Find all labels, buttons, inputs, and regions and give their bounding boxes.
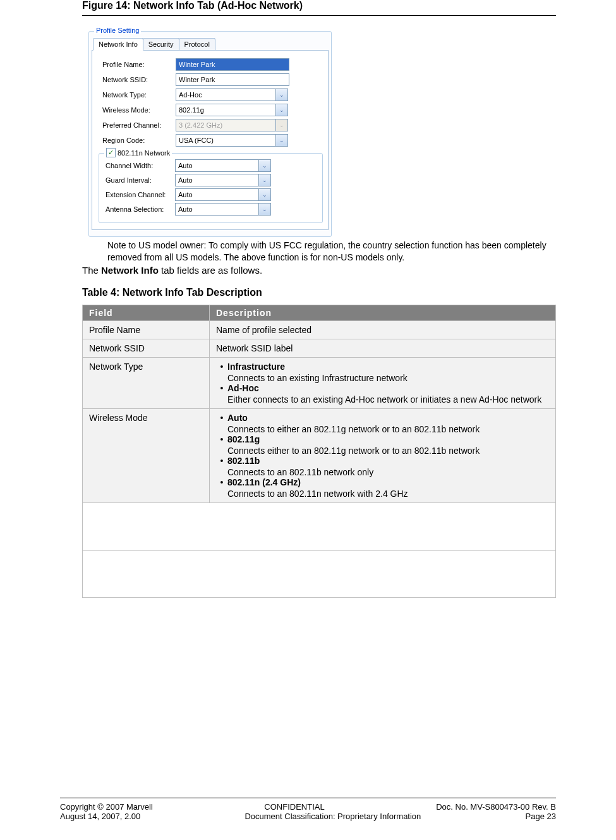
network-type-value: Ad-Hoc bbox=[176, 88, 275, 101]
bullet-desc: Connects to an 802.11b network only bbox=[227, 467, 549, 477]
network-info-tab-body: Profile Name: Winter Park Network SSID: … bbox=[92, 50, 329, 230]
bullet-desc: Connects to an existing Infrastructure n… bbox=[227, 373, 549, 383]
chevron-down-icon[interactable]: ⌄ bbox=[258, 203, 271, 216]
wireless-mode-value: 802.11g bbox=[176, 104, 275, 116]
footer-right: Page 23 bbox=[526, 812, 556, 821]
profile-name-input[interactable]: Winter Park bbox=[176, 58, 289, 71]
bullet-desc: Connects to either an 802.11g network or… bbox=[227, 424, 549, 434]
n-network-group: ✓ 802.11n Network Channel Width: Auto ⌄ … bbox=[99, 153, 323, 223]
network-type-label: Network Type: bbox=[102, 91, 176, 99]
preferred-channel-select: 3 (2.422 GHz) ⌄ bbox=[176, 119, 288, 131]
footer-right: Doc. No. MV-S800473-00 Rev. B bbox=[436, 802, 556, 812]
preferred-channel-value: 3 (2.422 GHz) bbox=[176, 119, 275, 131]
network-type-select[interactable]: Ad-Hoc ⌄ bbox=[176, 88, 288, 101]
bullet-term: Infrastructure bbox=[227, 362, 285, 372]
n-network-checkbox[interactable]: ✓ bbox=[106, 148, 116, 157]
empty-cell bbox=[83, 502, 556, 550]
extension-channel-value: Auto bbox=[175, 188, 258, 201]
n-network-legend: ✓ 802.11n Network bbox=[104, 148, 172, 157]
channel-width-label: Channel Width: bbox=[106, 162, 175, 169]
network-ssid-label: Network SSID: bbox=[102, 76, 176, 83]
antenna-selection-select[interactable]: Auto ⌄ bbox=[175, 203, 271, 216]
chevron-down-icon[interactable]: ⌄ bbox=[258, 188, 271, 201]
bullet-desc: Connects either to an 802.11g network or… bbox=[227, 446, 549, 456]
profile-name-label: Profile Name: bbox=[102, 61, 176, 68]
lead-text: The Network Info tab fields are as follo… bbox=[82, 265, 556, 276]
footer-center: CONFIDENTIAL bbox=[264, 802, 324, 812]
page-footer: Copyright © 2007 Marvell CONFIDENTIAL Do… bbox=[60, 798, 556, 821]
figure-title: Figure 14: Network Info Tab (Ad-Hoc Netw… bbox=[82, 0, 556, 15]
desc-cell: •Infrastructure Connects to an existing … bbox=[210, 357, 556, 408]
extension-channel-select[interactable]: Auto ⌄ bbox=[175, 188, 271, 201]
guard-interval-select[interactable]: Auto ⌄ bbox=[175, 174, 271, 186]
bullet-term: Auto bbox=[227, 413, 248, 423]
tab-network-info[interactable]: Network Info bbox=[93, 38, 143, 51]
table-header-row: Field Description bbox=[83, 305, 556, 320]
lead-bold: Network Info bbox=[101, 265, 159, 276]
th-field: Field bbox=[83, 305, 210, 320]
antenna-selection-label: Antenna Selection: bbox=[106, 205, 175, 213]
bullet-desc: Either connects to an existing Ad-Hoc ne… bbox=[227, 394, 549, 405]
empty-cell bbox=[83, 550, 556, 597]
tab-protocol[interactable]: Protocol bbox=[179, 38, 215, 50]
n-network-legend-text: 802.11n Network bbox=[118, 149, 170, 157]
table-title: Table 4: Network Info Tab Description bbox=[82, 287, 556, 298]
table-row: Network Type •Infrastructure Connects to… bbox=[83, 357, 556, 408]
wireless-mode-label: Wireless Mode: bbox=[102, 106, 176, 114]
table-row: Wireless Mode •Auto Connects to either a… bbox=[83, 408, 556, 502]
desc-cell: Name of profile selected bbox=[210, 320, 556, 339]
footer-center: Document Classification: Proprietary Inf… bbox=[245, 812, 421, 821]
th-description: Description bbox=[210, 305, 556, 320]
region-code-value: USA (FCC) bbox=[176, 134, 275, 147]
footer-left: Copyright © 2007 Marvell bbox=[60, 802, 153, 812]
guard-interval-label: Guard Interval: bbox=[106, 176, 175, 184]
field-cell: Network Type bbox=[83, 357, 210, 408]
table-row bbox=[83, 502, 556, 550]
chevron-down-icon[interactable]: ⌄ bbox=[275, 104, 288, 116]
desc-cell: Network SSID label bbox=[210, 339, 556, 357]
field-cell: Network SSID bbox=[83, 339, 210, 357]
profile-setting-panel: Profile Setting Network Info Security Pr… bbox=[82, 31, 332, 237]
bullet-desc: Connects to an 802.11n network with 2.4 … bbox=[227, 489, 549, 499]
field-cell: Profile Name bbox=[83, 320, 210, 339]
lead-post: tab fields are as follows. bbox=[159, 265, 262, 276]
chevron-down-icon: ⌄ bbox=[275, 119, 288, 131]
footer-left: August 14, 2007, 2.00 bbox=[60, 812, 140, 821]
desc-cell: •Auto Connects to either an 802.11g netw… bbox=[210, 408, 556, 502]
channel-width-select[interactable]: Auto ⌄ bbox=[175, 159, 271, 172]
chevron-down-icon[interactable]: ⌄ bbox=[275, 88, 288, 101]
table-row: Profile Name Name of profile selected bbox=[83, 320, 556, 339]
table-row bbox=[83, 550, 556, 597]
chevron-down-icon[interactable]: ⌄ bbox=[275, 134, 288, 147]
fcc-note: Note to US model owner: To comply with U… bbox=[107, 240, 550, 264]
channel-width-value: Auto bbox=[175, 159, 258, 172]
bullet-term: 802.11g bbox=[227, 434, 260, 444]
bullet-term: 802.11b bbox=[227, 456, 260, 466]
bullet-term: Ad-Hoc bbox=[227, 383, 259, 393]
extension-channel-label: Extension Channel: bbox=[106, 191, 175, 198]
antenna-selection-value: Auto bbox=[175, 203, 258, 216]
field-cell: Wireless Mode bbox=[83, 408, 210, 502]
figure-separator bbox=[82, 15, 556, 16]
region-code-select[interactable]: USA (FCC) ⌄ bbox=[176, 134, 288, 147]
wireless-mode-select[interactable]: 802.11g ⌄ bbox=[176, 104, 288, 116]
tabs: Network Info Security Protocol bbox=[93, 38, 329, 50]
description-table: Field Description Profile Name Name of p… bbox=[82, 305, 556, 598]
chevron-down-icon[interactable]: ⌄ bbox=[258, 174, 271, 186]
region-code-label: Region Code: bbox=[102, 137, 176, 144]
table-row: Network SSID Network SSID label bbox=[83, 339, 556, 357]
preferred-channel-label: Preferred Channel: bbox=[102, 121, 176, 129]
guard-interval-value: Auto bbox=[175, 174, 258, 186]
bullet-term: 802.11n (2.4 GHz) bbox=[227, 477, 301, 487]
profile-setting-legend: Profile Setting bbox=[94, 27, 141, 34]
tab-security[interactable]: Security bbox=[143, 38, 179, 50]
lead-pre: The bbox=[82, 265, 101, 276]
chevron-down-icon[interactable]: ⌄ bbox=[258, 159, 271, 172]
network-ssid-input[interactable]: Winter Park bbox=[176, 73, 289, 86]
